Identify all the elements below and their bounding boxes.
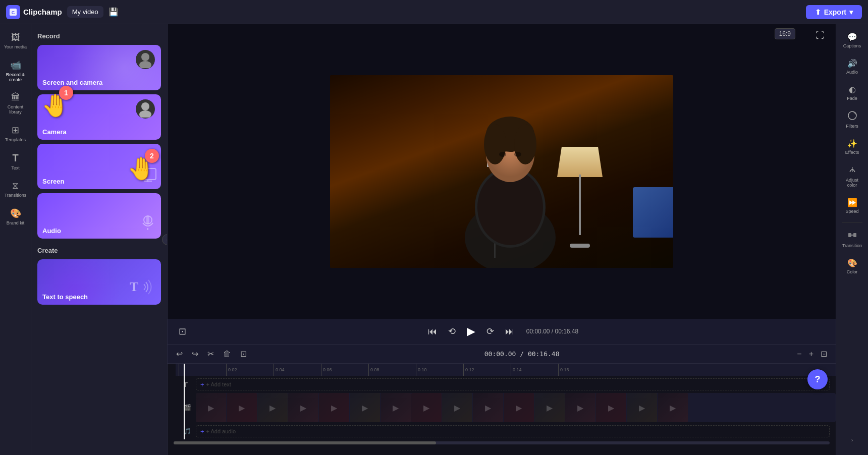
delete-button[interactable]: 🗑: [221, 348, 234, 360]
add-audio-label: + Add audio: [206, 428, 236, 434]
ruler-mark-008: 0:08: [368, 364, 416, 376]
text-icon: T: [12, 152, 18, 164]
transitions-icon: ⧖: [12, 181, 19, 191]
right-nav-speed[interactable]: ⏩ Speed: [838, 194, 866, 218]
nav-item-text[interactable]: T Text: [2, 148, 29, 175]
crop-button[interactable]: ⊡: [176, 324, 189, 339]
total-time: 00:16.48: [555, 328, 579, 335]
zoom-controls: − + ⊡: [794, 348, 830, 360]
video-strip: [196, 393, 688, 422]
filters-icon: [848, 111, 857, 122]
nav-item-templates[interactable]: ⊞ Templates: [2, 121, 29, 146]
nav-item-record-create[interactable]: 📹 Record &create: [2, 55, 29, 86]
video-thumb-15: [627, 393, 657, 422]
nav-item-your-media[interactable]: 🖼 Your media: [2, 28, 29, 53]
camera-card[interactable]: Camera: [37, 94, 161, 140]
right-nav-transition[interactable]: Transition: [838, 226, 866, 252]
tl-total-time: 00:16.48: [528, 350, 560, 358]
nav-item-content-library[interactable]: 🏛 Contentlibrary: [2, 88, 29, 119]
sidebar-collapse-button[interactable]: ‹: [162, 234, 168, 245]
rewind-5s-button[interactable]: ⟲: [445, 324, 459, 339]
svg-point-5: [139, 110, 151, 118]
text-track-icon: T: [184, 381, 194, 388]
video-thumb-1: [196, 393, 226, 422]
ruler-mark-016: 0:16: [558, 364, 606, 376]
ruler-mark-012: 0:12: [463, 364, 511, 376]
timeline-scrollbar[interactable]: [174, 441, 830, 444]
right-nav-filters[interactable]: Filters: [838, 107, 866, 133]
forward-5s-button[interactable]: ⟳: [483, 324, 497, 339]
nav-label-record-create: Record &create: [6, 72, 25, 82]
screen-card[interactable]: Screen: [37, 144, 161, 189]
keyboard-prop: [633, 187, 673, 238]
svg-text:C: C: [12, 10, 15, 15]
help-fab-button[interactable]: ?: [807, 369, 828, 389]
add-text-track[interactable]: + + Add text: [196, 378, 830, 390]
svg-point-21: [499, 152, 506, 157]
right-nav-audio[interactable]: 🔊 Audio: [838, 54, 866, 79]
nav-item-brand-kit[interactable]: 🎨 Brand kit: [2, 204, 29, 230]
screen-and-camera-card[interactable]: Screen and camera: [37, 45, 161, 90]
fit-view-button[interactable]: ⊡: [818, 348, 830, 360]
camera-label: Camera: [42, 128, 67, 136]
aspect-ratio-badge: 16:9: [775, 28, 795, 39]
record-section-title: Record: [37, 32, 161, 40]
add-text-plus-icon: +: [200, 381, 204, 388]
zoom-in-button[interactable]: +: [806, 348, 816, 360]
app-logo[interactable]: C Clipchamp: [6, 5, 62, 19]
main-layout: 🖼 Your media 📹 Record &create 🏛 Contentl…: [0, 24, 868, 455]
brand-kit-icon: 🎨: [10, 208, 21, 219]
playhead[interactable]: [184, 364, 185, 439]
detach-button[interactable]: ⊡: [238, 348, 249, 360]
save-icon: 💾: [108, 7, 119, 17]
create-section-title: Create: [37, 247, 161, 254]
camera-preview-icon: [136, 99, 155, 119]
tl-current-time: 00:00.00: [484, 350, 516, 358]
left-nav: 🖼 Your media 📹 Record &create 🏛 Contentl…: [0, 24, 31, 455]
redo-button[interactable]: ↪: [189, 348, 201, 360]
svg-point-19: [484, 124, 506, 164]
video-thumb-8: [411, 393, 442, 422]
play-pause-button[interactable]: ▶: [464, 323, 478, 340]
captions-icon: 💬: [847, 32, 857, 42]
add-text-label: + Add text: [206, 381, 231, 387]
zoom-out-button[interactable]: −: [794, 348, 804, 360]
nav-item-transitions[interactable]: ⧖ Transitions: [2, 177, 29, 202]
video-thumb-13: [565, 393, 595, 422]
timeline-time-display: 00:00.00 / 00:16.48: [253, 350, 790, 358]
record-create-icon: 📹: [10, 60, 21, 71]
audio-track-icon: 🎵: [184, 428, 194, 435]
undo-button[interactable]: ↩: [174, 348, 185, 360]
timeline-ruler-container: 0:02 0:04 0:06 0:08 0:10 0:12 0:14 0:16: [176, 364, 836, 439]
skip-back-button[interactable]: ⏮: [425, 324, 440, 339]
app-name: Clipchamp: [23, 8, 62, 16]
export-button[interactable]: ⬆ Export ▾: [806, 5, 862, 19]
right-collapse-button[interactable]: ›: [838, 434, 866, 447]
skip-forward-button[interactable]: ⏭: [502, 324, 517, 339]
ruler-tick-group: 0:02 0:04 0:06 0:08 0:10 0:12 0:14 0:16: [179, 364, 606, 376]
right-collapse-icon: ›: [851, 438, 853, 443]
your-media-icon: 🖼: [11, 32, 20, 43]
right-nav-fade[interactable]: ◐ Fade: [838, 81, 866, 105]
fullscreen-button[interactable]: ⛶: [812, 28, 828, 43]
add-audio-track[interactable]: + + Add audio: [196, 425, 830, 437]
export-chevron: ▾: [849, 8, 853, 16]
timeline-scrollbar-thumb[interactable]: [174, 441, 436, 444]
right-nav-effects[interactable]: ✨ Effects: [838, 135, 866, 159]
help-icon: ?: [815, 374, 821, 385]
ruler-marks: 0:02 0:04 0:06 0:08 0:10 0:12 0:14 0:16: [176, 364, 606, 376]
content-library-icon: 🏛: [11, 92, 20, 103]
video-thumb-5: [319, 393, 349, 422]
cut-button[interactable]: ✂: [205, 348, 216, 360]
nav-label-brand-kit: Brand kit: [7, 220, 25, 225]
right-nav-adjust-color[interactable]: Adjustcolor: [838, 161, 866, 192]
right-nav-captions[interactable]: 💬 Captions: [838, 28, 866, 52]
right-nav-color[interactable]: 🎨 Color: [838, 254, 866, 278]
video-title[interactable]: My video: [67, 6, 103, 18]
video-track[interactable]: [196, 393, 836, 422]
audio-card[interactable]: Audio: [37, 193, 161, 239]
tts-card[interactable]: Text to speech T: [37, 259, 161, 305]
video-thumb-12: [534, 393, 565, 422]
video-thumb-2: [227, 393, 257, 422]
aspect-ratio-value: 16:9: [779, 30, 791, 37]
